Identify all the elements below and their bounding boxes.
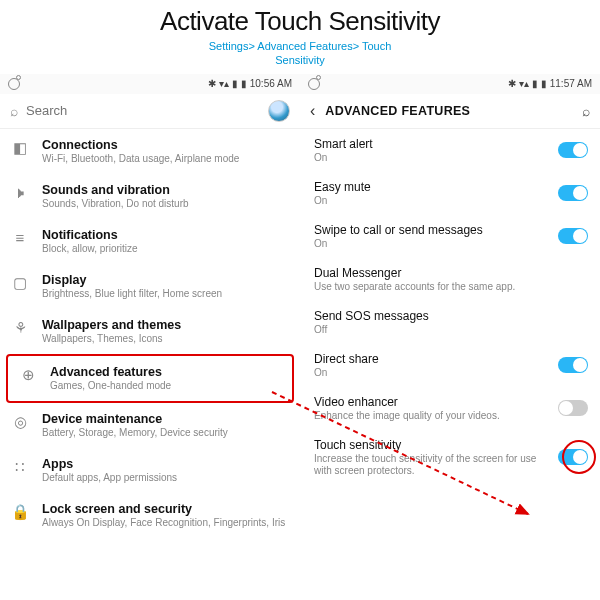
advanced-list: Smart alertOn Easy muteOn Swipe to call … xyxy=(300,129,600,485)
lock-icon: 🔒 xyxy=(10,503,30,521)
search-icon[interactable]: ⌕ xyxy=(582,103,590,119)
item-video-enhancer[interactable]: Video enhancerEnhance the image quality … xyxy=(300,387,600,430)
back-button[interactable]: ‹ xyxy=(310,102,315,120)
settings-list: ◧ ConnectionsWi-Fi, Bluetooth, Data usag… xyxy=(0,129,300,538)
apps-icon: ∷ xyxy=(10,458,30,476)
connections-icon: ◧ xyxy=(10,139,30,157)
reddit-icon xyxy=(8,78,20,90)
avatar[interactable] xyxy=(268,100,290,122)
item-easy-mute[interactable]: Easy muteOn xyxy=(300,172,600,215)
list-item-apps[interactable]: ∷ AppsDefault apps, App permissions xyxy=(0,448,300,493)
wallpaper-icon: ⚘ xyxy=(10,319,30,337)
wifi-icon: ▾▴ xyxy=(219,78,229,89)
list-item-lockscreen[interactable]: 🔒 Lock screen and securityAlways On Disp… xyxy=(0,493,300,538)
advanced-features-screen: ✱ ▾▴ ▮ ▮ 11:57 AM ‹ ADVANCED FEATURES ⌕ … xyxy=(300,74,600,538)
reddit-icon xyxy=(308,78,320,90)
toggle-smart-alert[interactable] xyxy=(558,142,588,158)
search-input[interactable] xyxy=(26,103,260,118)
status-bar: ✱ ▾▴ ▮ ▮ 11:57 AM xyxy=(300,74,600,94)
header-title: ADVANCED FEATURES xyxy=(325,104,572,118)
wifi-icon: ▾▴ xyxy=(519,78,529,89)
settings-screen: ✱ ▾▴ ▮ ▮ 10:56 AM ⌕ ◧ ConnectionsWi-Fi, … xyxy=(0,74,300,538)
signal-icon: ▮ xyxy=(232,78,238,89)
highlight-circle xyxy=(562,440,596,474)
page-title: Activate Touch Sensitivity xyxy=(0,0,600,37)
bluetooth-icon: ✱ xyxy=(508,78,516,89)
search-bar[interactable]: ⌕ xyxy=(0,94,300,129)
toggle-swipe-call[interactable] xyxy=(558,228,588,244)
item-swipe-call[interactable]: Swipe to call or send messagesOn xyxy=(300,215,600,258)
notifications-icon: ≡ xyxy=(10,229,30,246)
clock: 10:56 AM xyxy=(250,78,292,89)
list-item-device-maintenance[interactable]: ◎ Device maintenanceBattery, Storage, Me… xyxy=(0,403,300,448)
device-icon: ◎ xyxy=(10,413,30,431)
display-icon: ▢ xyxy=(10,274,30,292)
list-item-display[interactable]: ▢ DisplayBrightness, Blue light filter, … xyxy=(0,264,300,309)
list-item-wallpapers[interactable]: ⚘ Wallpapers and themesWallpapers, Theme… xyxy=(0,309,300,354)
item-sos[interactable]: Send SOS messagesOff xyxy=(300,301,600,344)
battery-icon: ▮ xyxy=(241,78,247,89)
toggle-easy-mute[interactable] xyxy=(558,185,588,201)
battery-icon: ▮ xyxy=(541,78,547,89)
signal-icon: ▮ xyxy=(532,78,538,89)
list-item-sounds[interactable]: 🕨 Sounds and vibrationSounds, Vibration,… xyxy=(0,174,300,219)
item-dual-messenger[interactable]: Dual MessengerUse two separate accounts … xyxy=(300,258,600,301)
screen-header: ‹ ADVANCED FEATURES ⌕ xyxy=(300,94,600,129)
list-item-advanced-features[interactable]: ⊕ Advanced featuresGames, One-handed mod… xyxy=(6,354,294,403)
clock: 11:57 AM xyxy=(550,78,592,89)
list-item-notifications[interactable]: ≡ NotificationsBlock, allow, prioritize xyxy=(0,219,300,264)
status-bar: ✱ ▾▴ ▮ ▮ 10:56 AM xyxy=(0,74,300,94)
search-icon: ⌕ xyxy=(10,103,18,119)
bluetooth-icon: ✱ xyxy=(208,78,216,89)
sound-icon: 🕨 xyxy=(10,184,30,201)
toggle-direct-share[interactable] xyxy=(558,357,588,373)
item-direct-share[interactable]: Direct shareOn xyxy=(300,344,600,387)
breadcrumb: Settings> Advanced Features> Touch Sensi… xyxy=(0,39,600,68)
item-touch-sensitivity[interactable]: Touch sensitivityIncrease the touch sens… xyxy=(300,430,600,485)
toggle-video-enhancer[interactable] xyxy=(558,400,588,416)
list-item-connections[interactable]: ◧ ConnectionsWi-Fi, Bluetooth, Data usag… xyxy=(0,129,300,174)
advanced-icon: ⊕ xyxy=(18,366,38,384)
item-smart-alert[interactable]: Smart alertOn xyxy=(300,129,600,172)
